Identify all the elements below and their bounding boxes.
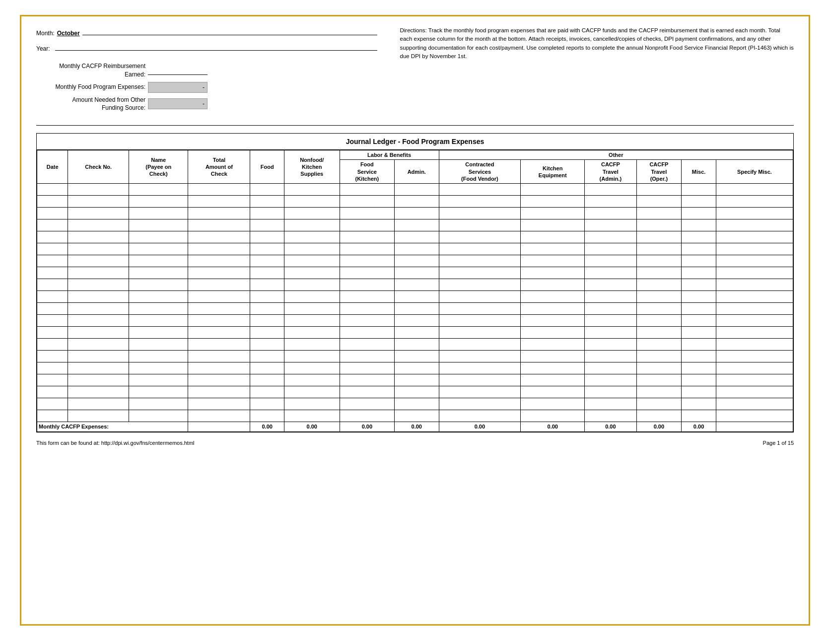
- other-header: Other: [439, 150, 793, 160]
- table-row: [37, 231, 793, 243]
- table-row: [37, 362, 793, 374]
- totals-food: 0.00: [250, 422, 284, 431]
- year-underline: [55, 42, 377, 51]
- table-row: [37, 219, 793, 231]
- totals-contracted: 0.00: [439, 422, 521, 431]
- table-row: [37, 184, 793, 196]
- year-row: Year:: [36, 42, 377, 52]
- totals-kitchen-equip: 0.00: [521, 422, 585, 431]
- table-row: [37, 339, 793, 351]
- footer-left: This form can be found at: http://dpi.wi…: [36, 440, 195, 446]
- table-row: [37, 303, 793, 315]
- reimbursement-row: Monthly CACFP ReimbursementEarned:: [36, 62, 377, 79]
- span-header-row: Date Check No. Name(Payee onCheck) Total…: [37, 150, 793, 160]
- col-name: Name(Payee onCheck): [129, 150, 188, 184]
- directions-text: Directions: Track the monthly food progr…: [400, 27, 793, 59]
- footer: This form can be found at: http://dpi.wi…: [36, 440, 794, 446]
- divider: [36, 125, 794, 126]
- table-row: [37, 398, 793, 410]
- table-row: [37, 374, 793, 386]
- reimbursement-section: Monthly CACFP ReimbursementEarned: Month…: [36, 62, 377, 112]
- totals-cacfp-oper: 0.00: [636, 422, 682, 431]
- month-row: Month: October: [36, 26, 377, 37]
- totals-cacfp-admin: 0.00: [585, 422, 636, 431]
- table-row: [37, 196, 793, 208]
- table-row: [37, 386, 793, 398]
- col-kitchen-equip: KitchenEquipment: [521, 160, 585, 184]
- col-contracted: ContractedServices(Food Vendor): [439, 160, 521, 184]
- expenses-input[interactable]: -: [148, 82, 208, 93]
- table-row: [37, 410, 793, 422]
- reimbursement-label: Monthly CACFP ReimbursementEarned:: [36, 62, 145, 79]
- year-label: Year:: [36, 45, 50, 52]
- col-specify-misc: Specify Misc.: [716, 160, 793, 184]
- totals-misc: 0.00: [682, 422, 716, 431]
- page-border: Month: October Year: Monthly CACFP Reimb…: [20, 15, 810, 626]
- totals-row: Monthly CACFP Expenses: 0.00 0.00 0.00 0…: [37, 422, 793, 431]
- col-total-amount: TotalAmount ofCheck: [188, 150, 250, 184]
- expenses-row: Monthly Food Program Expenses: -: [36, 82, 377, 93]
- ledger-table: Date Check No. Name(Payee onCheck) Total…: [37, 150, 793, 431]
- month-underline: [82, 26, 377, 35]
- other-funding-row: Amount Needed from OtherFunding Source: …: [36, 96, 377, 113]
- other-funding-label: Amount Needed from OtherFunding Source:: [36, 96, 145, 113]
- table-row: [37, 315, 793, 327]
- table-row: [37, 327, 793, 339]
- expenses-label: Monthly Food Program Expenses:: [36, 83, 145, 91]
- table-row: [37, 291, 793, 303]
- ledger-container: Journal Ledger - Food Program Expenses D…: [36, 133, 794, 432]
- table-row: [37, 208, 793, 219]
- ledger-title: Journal Ledger - Food Program Expenses: [37, 134, 793, 150]
- totals-specify-misc: [716, 422, 793, 431]
- month-label: Month:: [36, 30, 55, 37]
- table-row: [37, 351, 793, 362]
- col-cacfp-oper: CACFPTravel(Oper.): [636, 160, 682, 184]
- totals-nonfood: 0.00: [284, 422, 340, 431]
- left-form: Month: October Year: Monthly CACFP Reimb…: [36, 26, 377, 115]
- col-food-service: FoodService(Kitchen): [340, 160, 394, 184]
- col-misc: Misc.: [682, 160, 716, 184]
- totals-total-amount: [188, 422, 250, 431]
- top-section: Month: October Year: Monthly CACFP Reimb…: [36, 26, 794, 115]
- totals-label: Monthly CACFP Expenses:: [37, 422, 188, 431]
- table-row: [37, 279, 793, 291]
- totals-food-service: 0.00: [340, 422, 394, 431]
- month-value: October: [57, 30, 80, 37]
- reimbursement-underline: [148, 66, 208, 75]
- totals-admin: 0.00: [395, 422, 439, 431]
- directions-section: Directions: Track the monthly food progr…: [400, 26, 794, 115]
- table-row: [37, 267, 793, 279]
- col-food: Food: [250, 150, 284, 184]
- col-admin: Admin.: [395, 160, 439, 184]
- footer-right: Page 1 of 15: [763, 440, 794, 446]
- col-date: Date: [37, 150, 68, 184]
- table-row: [37, 243, 793, 255]
- labor-benefits-header: Labor & Benefits: [340, 150, 439, 160]
- col-check-no: Check No.: [68, 150, 129, 184]
- col-cacfp-admin: CACFPTravel(Admin.): [585, 160, 636, 184]
- col-nonfood: Nonfood/KitchenSupplies: [284, 150, 340, 184]
- table-row: [37, 255, 793, 267]
- other-funding-input[interactable]: -: [148, 98, 208, 109]
